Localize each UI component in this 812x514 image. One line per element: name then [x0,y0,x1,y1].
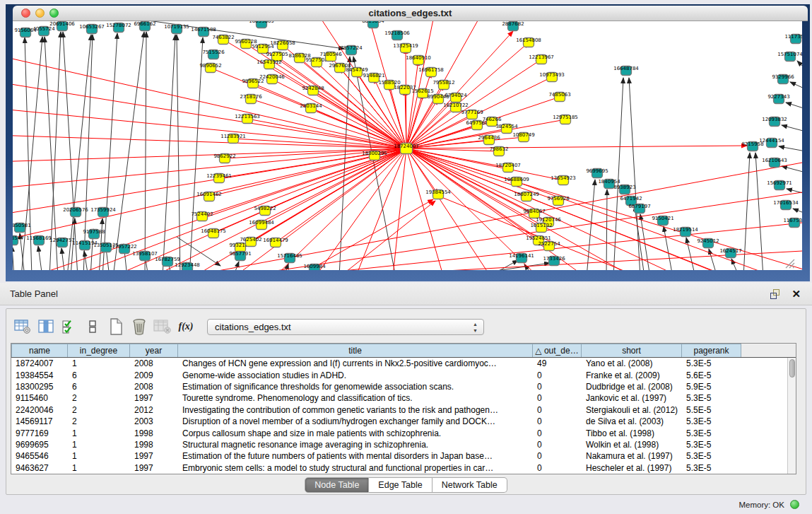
graph-node[interactable]: 19384554 [425,189,451,199]
graph-node[interactable]: 11568169 [26,235,52,245]
graph-node[interactable]: 2522754 [538,241,560,251]
graph-node[interactable]: 1624517 [719,248,741,258]
graph-node[interactable]: 15716485 [277,253,302,263]
column-header-pagerank[interactable]: pagerank [682,344,741,357]
select-columns-button[interactable] [59,317,80,337]
graph-node[interactable]: 1167533 [783,218,802,228]
graph-node[interactable]: 4055724 [33,26,55,36]
graph-node[interactable]: 19218506 [384,30,410,40]
graph-node[interactable]: 1615132 [530,223,552,233]
graph-node[interactable]: 7485063 [548,92,570,102]
graph-node[interactable]: 13325419 [393,43,418,53]
graph-node[interactable]: 12213967 [529,54,554,64]
tab-network-table[interactable]: Network Table [433,477,507,493]
scrollbar-thumb[interactable] [789,359,795,378]
row-height-button[interactable] [82,317,103,337]
column-header-year[interactable]: year [130,344,178,357]
graph-node[interactable]: 9245012 [697,238,719,248]
graph-node[interactable]: 9777169 [461,110,483,119]
graph-node[interactable]: 16961758 [418,67,444,77]
delete-table-button[interactable] [129,317,150,337]
table-vertical-scrollbar[interactable] [787,358,796,474]
tab-node-table[interactable]: Node Table [305,477,369,493]
column-header-in_degree[interactable]: in_degree [68,344,130,357]
graph-node[interactable]: 10653267 [79,24,105,34]
graph-node[interactable]: 12093832 [762,117,787,127]
column-header-title[interactable]: title [178,344,533,357]
table-row[interactable]: 1872400712008Changes of HCN gene express… [11,358,787,369]
column-header-short[interactable]: short [582,344,682,357]
table-mode-button[interactable] [12,317,33,337]
graph-node[interactable]: 15692971 [767,180,792,190]
graph-node[interactable]: 1850581 [13,223,31,233]
graph-node[interactable]: 6879197 [628,204,650,214]
graph-node[interactable]: 9197588 [83,229,105,239]
graph-node[interactable]: 11283921 [220,134,246,144]
new-table-button[interactable] [105,317,126,337]
column-header-out_de[interactable]: △ out_de… [533,344,582,357]
graph-node[interactable]: 3913547 [13,235,24,245]
graph-node[interactable]: 15278072 [106,23,131,33]
table-row[interactable]: 969969511998Structural magnetic resonanc… [11,439,787,450]
graph-node[interactable]: 13654923 [551,175,576,185]
graph-node[interactable]: 6966162 [134,21,155,31]
table-row[interactable]: 1456911722003Disruption of a novel membe… [11,416,787,427]
table-row[interactable]: 946362711997Embryonic stem cells: a mode… [11,462,787,474]
graph-node[interactable]: 12942757 [49,238,75,247]
graph-node[interactable]: 16091462 [196,192,222,201]
memory-ok-icon[interactable] [790,500,799,509]
graph-node[interactable]: 18640910 [406,55,431,65]
graph-node[interactable]: 16914479 [263,238,288,247]
graph-node[interactable]: 10719135 [164,24,189,34]
table-row[interactable]: 946554611997Estimation of the future num… [11,450,787,462]
graph-node[interactable]: 12239461 [206,173,232,183]
citation-network-graph[interactable]: 7463822956012859129541822605891275051654… [13,21,802,270]
graph-node[interactable]: 9857791 [229,251,251,261]
resize-grip-icon[interactable] [785,259,795,269]
graph-node[interactable]: 8938923 [613,185,635,194]
function-builder-button[interactable]: f(x) [175,317,196,337]
graph-node[interactable]: 2718176 [240,94,262,104]
table-row[interactable]: 1830029562008Estimation of significance … [11,381,787,392]
graph-node[interactable]: 7463822 [212,35,234,45]
close-panel-icon[interactable]: ✕ [792,288,801,300]
node-table[interactable]: namein_degreeyeartitle△ out_de…shortpage… [11,343,796,474]
graph-node[interactable]: 2887682 [502,21,524,31]
graph-node[interactable]: 10973493 [539,72,565,82]
graph-node[interactable]: 9150421 [652,216,673,226]
graph-node[interactable]: 2964436 [478,135,500,145]
graph-node[interactable]: 16154808 [516,37,541,47]
graph-node[interactable]: 17016534 [773,200,799,210]
graph-node[interactable]: 18219514 [673,227,698,237]
graph-node[interactable]: 16543912 [257,59,282,69]
table-selector-dropdown[interactable]: citations_edges.txt ▲▼ [207,319,484,335]
graph-node[interactable]: 9862922 [213,153,235,163]
graph-node[interactable]: 12923448 [175,262,200,270]
table-row[interactable]: 977716911998Corpus callosum shape and si… [11,427,787,438]
graph-node[interactable]: 8813054 [362,21,384,28]
graph-node[interactable]: 14196141 [509,253,534,263]
graph-node[interactable]: 8215958 [741,141,763,151]
table-row[interactable]: 911546021997Tourette syndrome. Phenomeno… [11,392,787,404]
float-panel-icon[interactable] [770,289,781,300]
graph-node[interactable]: 7955812 [433,80,454,90]
graph-node[interactable]: 1080749 [512,132,534,142]
tab-edge-table[interactable]: Edge Table [369,477,432,493]
graph-node[interactable]: 16648784 [613,66,639,76]
show-columns-button[interactable] [35,317,57,337]
graph-node[interactable]: 798632 [490,146,509,156]
network-canvas[interactable]: 7463822956012859129541822605891275051654… [13,21,802,270]
graph-node[interactable]: 9756928 [547,196,569,206]
graph-node[interactable]: 16099484 [249,220,274,230]
graph-node[interactable]: 20206576 [63,207,88,217]
graph-node[interactable]: 12975185 [553,115,578,124]
network-window-titlebar[interactable]: citations_edges.txt [13,6,808,21]
graph-node[interactable]: 1117353 [784,34,802,44]
graph-node[interactable]: 9242848 [302,86,324,95]
graph-node[interactable]: 1609984 [303,264,326,270]
graph-node[interactable]: 6794024 [445,93,467,103]
graph-node[interactable]: 7515526 [202,49,225,59]
graph-node[interactable]: 9227343 [767,94,789,104]
graph-node[interactable]: 15751074 [777,52,802,62]
table-row[interactable]: 1938455462009Genome-wide association stu… [11,369,787,380]
